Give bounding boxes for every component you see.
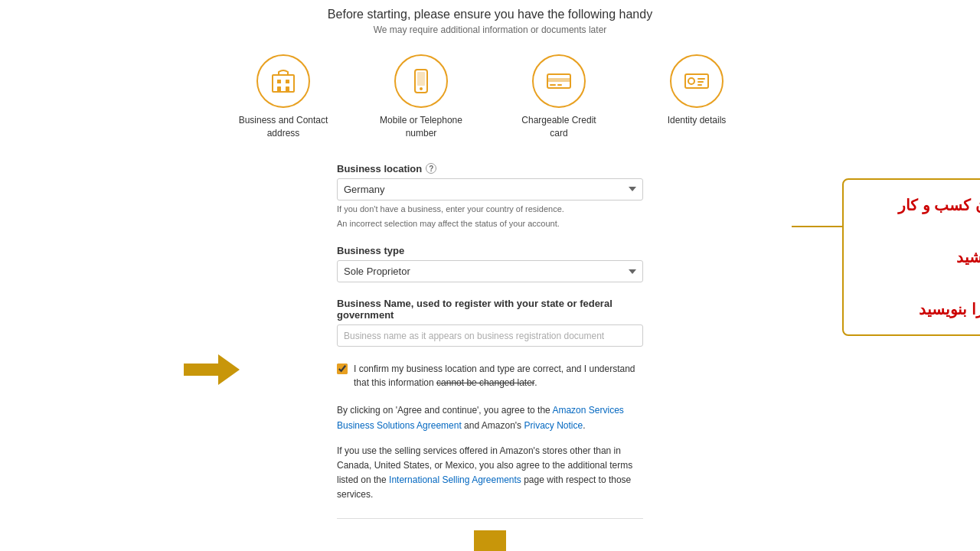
arrow-indicator-shaft — [184, 364, 218, 376]
id-card-icon — [683, 67, 710, 95]
annotations-panel: اگر به عنوان کسب و کار یکنفره ثبت کرده ب… — [567, 163, 796, 475]
phone-icon — [407, 67, 435, 95]
svg-rect-1 — [277, 80, 281, 83]
arrow-indicator-head — [218, 354, 240, 385]
credit-card-icon-circle — [532, 54, 586, 108]
svg-rect-10 — [550, 84, 556, 86]
form-divider — [337, 518, 643, 519]
header-section: Before starting, please ensure you have … — [0, 0, 980, 39]
svg-rect-11 — [557, 84, 562, 86]
header-subtitle: We may require additional information or… — [0, 24, 980, 35]
step-credit-card-label: Chargeable Credit card — [513, 114, 605, 140]
content-area: Business location ? Germany If you don't… — [184, 163, 796, 551]
connector-line-1 — [792, 226, 844, 227]
step-phone: Mobile or Telephone number — [375, 54, 467, 140]
svg-rect-0 — [273, 75, 294, 92]
identity-icon-circle — [670, 54, 724, 108]
svg-rect-14 — [697, 78, 705, 80]
svg-point-13 — [688, 78, 694, 84]
step-phone-label: Mobile or Telephone number — [375, 114, 467, 140]
svg-rect-4 — [286, 86, 289, 92]
confirm-checkbox[interactable] — [337, 364, 348, 374]
step-business-address: Business and Contact address — [237, 54, 329, 140]
phone-icon-circle — [394, 54, 448, 108]
form-annotations-wrapper: Business location ? Germany If you don't… — [199, 163, 781, 551]
step-identity-label: Identity details — [668, 114, 727, 127]
down-arrow-indicator — [458, 530, 522, 552]
step-business-address-label: Business and Contact address — [237, 114, 329, 140]
annotation-1-text: اگر به عنوان کسب و کار یکنفره ثبت کرده ب… — [859, 192, 980, 322]
business-address-icon-circle — [256, 54, 310, 108]
svg-rect-6 — [417, 72, 425, 86]
international-selling-agreements-link[interactable]: International Selling Agreements — [389, 474, 521, 485]
button-section: Agree and continue — [337, 530, 643, 552]
step-identity: Identity details — [651, 54, 743, 127]
svg-rect-2 — [286, 80, 289, 83]
building-icon — [270, 67, 297, 95]
steps-row: Business and Contact address Mobile or T… — [222, 54, 758, 140]
header-title: Before starting, please ensure you have … — [0, 8, 980, 21]
step-credit-card: Chargeable Credit card — [513, 54, 605, 140]
arrow-shaft — [474, 530, 506, 552]
annotation-box-1: اگر به عنوان کسب و کار یکنفره ثبت کرده ب… — [842, 178, 980, 336]
svg-rect-3 — [277, 86, 281, 92]
svg-rect-16 — [697, 84, 702, 86]
svg-point-7 — [420, 87, 423, 90]
page-wrapper: Before starting, please ensure you have … — [0, 0, 980, 551]
svg-rect-15 — [697, 81, 704, 83]
big-arrow-indicator — [184, 354, 240, 385]
svg-rect-9 — [547, 78, 570, 82]
credit-card-icon — [545, 67, 573, 95]
business-location-help-icon[interactable]: ? — [426, 163, 436, 174]
